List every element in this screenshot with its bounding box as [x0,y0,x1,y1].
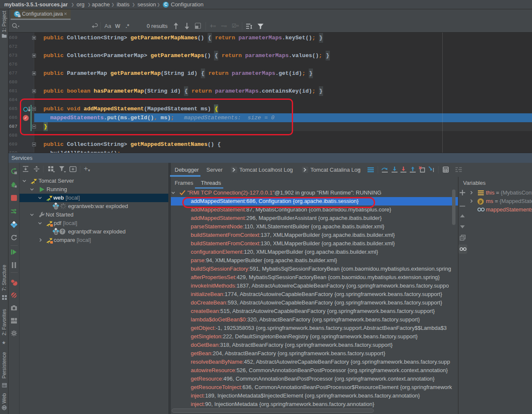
svg-text:?: ? [61,229,63,234]
